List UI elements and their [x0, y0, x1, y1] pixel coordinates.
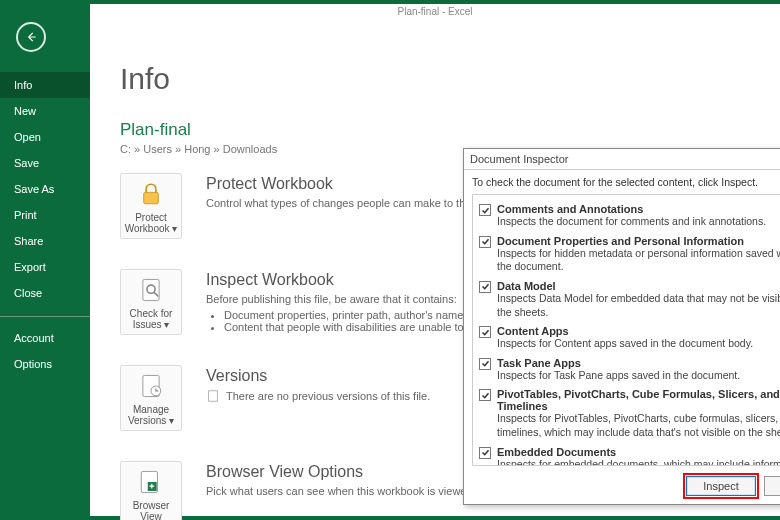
- arrow-left-icon: [24, 30, 38, 44]
- inspector-item-text: Content AppsInspects for Content apps sa…: [497, 325, 780, 351]
- page-title: Info: [120, 62, 750, 96]
- inspector-checkbox[interactable]: [479, 236, 491, 248]
- section-button-label: Browser View Options: [123, 500, 179, 520]
- inspector-item-text: Data ModelInspects Data Model for embedd…: [497, 280, 780, 319]
- inspector-item-desc: Inspects for hidden metadata or personal…: [497, 247, 780, 274]
- inspector-checkbox[interactable]: [479, 281, 491, 293]
- inspector-item-title: Content Apps: [497, 325, 780, 337]
- nav-item-share[interactable]: Share: [0, 228, 90, 254]
- close-button[interactable]: Close: [764, 476, 780, 496]
- backstage-sidebar: InfoNewOpenSaveSave AsPrintShareExportCl…: [0, 4, 90, 516]
- doc-icon: [206, 389, 220, 403]
- section-button-label: Check for Issues ▾: [123, 308, 179, 330]
- inspector-item-desc: Inspects for PivotTables, PivotCharts, c…: [497, 412, 780, 439]
- inspector-item-title: Embedded Documents: [497, 446, 780, 458]
- inspector-item-text: Document Properties and Personal Informa…: [497, 235, 780, 274]
- nav-item-save[interactable]: Save: [0, 150, 90, 176]
- browser-button[interactable]: Browser View Options: [120, 461, 182, 520]
- inspector-item-text: Embedded DocumentsInspects for embedded …: [497, 446, 780, 465]
- inspector-item-desc: Inspects for Task Pane apps saved in the…: [497, 369, 780, 383]
- svg-rect-0: [144, 192, 159, 203]
- dialog-footer: Inspect Close: [464, 468, 780, 504]
- inspector-item-title: Data Model: [497, 280, 780, 292]
- inspector-item: Content AppsInspects for Content apps sa…: [475, 319, 780, 351]
- nav-item-export[interactable]: Export: [0, 254, 90, 280]
- nav-item-options[interactable]: Options: [0, 351, 90, 377]
- document-name: Plan-final: [120, 120, 750, 140]
- versions-icon: [137, 372, 165, 400]
- inspector-item-text: PivotTables, PivotCharts, Cube Formulas,…: [497, 388, 780, 439]
- inspect-icon: [137, 276, 165, 304]
- inspector-item: Document Properties and Personal Informa…: [475, 229, 780, 274]
- inspector-item: Comments and AnnotationsInspects the doc…: [475, 197, 780, 229]
- inspect-button[interactable]: Inspect: [686, 476, 756, 496]
- nav-item-account[interactable]: Account: [0, 325, 90, 351]
- inspect-button[interactable]: Check for Issues ▾: [120, 269, 182, 335]
- inspector-item-title: PivotTables, PivotCharts, Cube Formulas,…: [497, 388, 780, 412]
- inspector-item: Task Pane AppsInspects for Task Pane app…: [475, 351, 780, 383]
- inspector-item-title: Comments and Annotations: [497, 203, 780, 215]
- protect-button[interactable]: Protect Workbook ▾: [120, 173, 182, 239]
- inspector-item: PivotTables, PivotCharts, Cube Formulas,…: [475, 382, 780, 439]
- dialog-instruction: To check the document for the selected c…: [472, 176, 780, 188]
- svg-rect-1: [143, 279, 159, 300]
- inspector-item-text: Comments and AnnotationsInspects the doc…: [497, 203, 780, 229]
- inspector-checkbox[interactable]: [479, 358, 491, 370]
- nav-item-info[interactable]: Info: [0, 72, 90, 98]
- window-title: Plan-final - Excel: [90, 2, 780, 17]
- dialog-title: Document Inspector: [470, 153, 568, 165]
- nav-item-print[interactable]: Print: [0, 202, 90, 228]
- svg-rect-6: [209, 391, 218, 402]
- inspector-item-desc: Inspects for Content apps saved in the d…: [497, 337, 780, 351]
- inspector-item: Embedded DocumentsInspects for embedded …: [475, 440, 780, 465]
- inspector-checkbox[interactable]: [479, 204, 491, 216]
- info-page: Plan-final - Excel Info Plan-final C: » …: [90, 4, 780, 516]
- nav-item-close[interactable]: Close: [0, 280, 90, 306]
- inspector-item-desc: Inspects the document for comments and i…: [497, 215, 780, 229]
- nav-item-new[interactable]: New: [0, 98, 90, 124]
- nav-item-open[interactable]: Open: [0, 124, 90, 150]
- inspector-list-area: Comments and AnnotationsInspects the doc…: [472, 194, 780, 466]
- inspector-item: Data ModelInspects Data Model for embedd…: [475, 274, 780, 319]
- section-button-label: Manage Versions ▾: [123, 404, 179, 426]
- inspector-item-text: Task Pane AppsInspects for Task Pane app…: [497, 357, 780, 383]
- nav-divider: [0, 316, 90, 317]
- back-button[interactable]: [16, 22, 46, 52]
- inspector-item-title: Document Properties and Personal Informa…: [497, 235, 780, 247]
- section-button-label: Protect Workbook ▾: [123, 212, 179, 234]
- inspector-checkbox[interactable]: [479, 326, 491, 338]
- inspector-item-title: Task Pane Apps: [497, 357, 780, 369]
- inspector-item-desc: Inspects for embedded documents, which m…: [497, 458, 780, 465]
- app-root: InfoNewOpenSaveSave AsPrintShareExportCl…: [0, 0, 780, 520]
- inspector-checkbox[interactable]: [479, 447, 491, 459]
- nav-item-save-as[interactable]: Save As: [0, 176, 90, 202]
- dialog-titlebar[interactable]: Document Inspector ? ✕: [464, 149, 780, 170]
- inspector-checkbox[interactable]: [479, 389, 491, 401]
- inspector-list: Comments and AnnotationsInspects the doc…: [473, 195, 780, 465]
- document-inspector-dialog: Document Inspector ? ✕ To check the docu…: [463, 148, 780, 505]
- versions-button[interactable]: Manage Versions ▾: [120, 365, 182, 431]
- browser-icon: [137, 468, 165, 496]
- inspector-item-desc: Inspects Data Model for embedded data th…: [497, 292, 780, 319]
- protect-icon: [137, 180, 165, 208]
